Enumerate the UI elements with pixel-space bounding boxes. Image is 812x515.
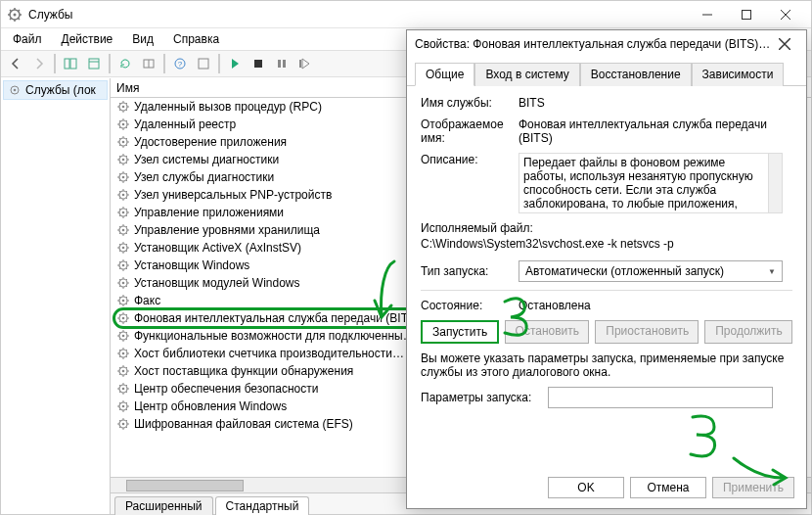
resume-button: Продолжить [704,320,792,344]
service-name: Управление уровнями хранилища [134,223,320,237]
tab-standard[interactable]: Стандартный [215,496,310,515]
label-display-name: Отображаемое имя: [421,117,519,145]
tab-recovery[interactable]: Восстановление [580,63,692,86]
refresh-button[interactable] [114,53,136,74]
svg-point-53 [122,423,125,426]
dialog-close-button[interactable] [771,30,798,58]
service-name: Центр обновления Windows [134,399,287,413]
svg-point-33 [122,247,125,250]
service-name: Хост поставщика функции обнаружения [134,364,353,378]
properties-button[interactable] [83,53,105,74]
svg-point-41 [122,317,125,320]
value-exe-file: C:\Windows\System32\svchost.exe -k netsv… [421,237,792,251]
tab-logon[interactable]: Вход в систему [474,63,579,86]
start-params-input[interactable] [548,387,773,408]
service-name: Управление приложениями [134,206,284,219]
svg-point-17 [122,106,125,109]
menu-view[interactable]: Вид [124,30,161,48]
show-hide-tree-button[interactable] [60,53,81,74]
menu-file[interactable]: Файл [5,30,50,48]
service-name: Установщик Windows [134,258,249,272]
svg-point-21 [122,141,125,144]
svg-point-47 [122,370,125,373]
ok-button[interactable]: OK [548,477,624,498]
label-service-name: Имя службы: [421,96,519,110]
svg-point-25 [122,176,125,179]
svg-point-45 [122,352,125,355]
value-service-name: BITS [519,96,792,110]
toolbar-separator [54,54,56,73]
description-scrollbar[interactable] [768,154,782,212]
svg-point-37 [122,282,125,285]
svg-point-29 [122,211,125,214]
svg-point-49 [122,388,125,391]
service-name: Узел службы диагностики [134,170,274,184]
start-params-hint: Вы можете указать параметры запуска, при… [421,351,792,379]
forward-button[interactable] [28,53,50,74]
separator [421,290,792,291]
service-name: Удаленный вызов процедур (RPC) [134,100,322,114]
toolbar-separator [109,54,111,73]
pause-service-button[interactable] [271,53,293,74]
service-name: Удаленный реестр [134,117,236,131]
stop-button: Остановить [505,320,590,344]
cancel-button[interactable]: Отмена [630,477,706,498]
svg-rect-11 [278,60,281,68]
dialog-title: Свойства: Фоновая интеллектуальная служб… [415,37,771,51]
tab-extended[interactable]: Расширенный [114,496,213,515]
svg-point-1 [14,13,17,16]
toolbar-separator [218,54,220,73]
tree-node-label: Службы (лок [25,83,96,97]
chevron-down-icon: ▼ [768,267,776,276]
label-startup-type: Тип запуска: [421,264,519,278]
tab-dependencies[interactable]: Зависимости [692,63,785,86]
svg-point-27 [122,194,125,197]
maximize-button[interactable] [727,3,766,26]
service-control-buttons: Запустить Остановить Приостановить Продо… [421,320,792,344]
svg-point-15 [14,89,17,92]
service-name: Функциональные возможности для подключен… [134,329,415,343]
tree-pane: Службы (лок [1,78,111,514]
svg-rect-3 [65,59,69,69]
stop-service-button[interactable] [248,53,269,74]
svg-rect-5 [89,59,99,69]
dialog-tabs: Общие Вход в систему Восстановление Зави… [407,58,806,86]
apply-button[interactable]: Применить [712,477,794,498]
menu-help[interactable]: Справка [165,30,227,48]
tab-general[interactable]: Общие [415,63,474,86]
tree-node-services[interactable]: Службы (лок [3,80,108,100]
scrollbar-thumb[interactable] [126,480,244,492]
dialog-body: Имя службы: BITS Отображаемое имя: Фонов… [407,86,806,426]
svg-rect-13 [299,60,301,68]
service-properties-dialog: Свойства: Фоновая интеллектуальная служб… [406,29,807,509]
service-name: Установщик модулей Windows [134,276,299,290]
description-textbox[interactable]: Передает файлы в фоновом режиме работы, … [519,153,783,213]
service-name: Фоновая интеллектуальная служба передачи… [134,311,420,325]
value-display-name: Фоновая интеллектуальная служба передачи… [519,117,792,145]
svg-point-19 [122,123,125,126]
titlebar: Службы [1,1,811,28]
toolbar-separator [163,54,165,73]
export-button[interactable] [138,53,159,74]
dialog-footer: OK Отмена Применить [548,477,794,498]
menu-action[interactable]: Действие [54,30,121,48]
svg-point-31 [122,229,125,232]
restart-service-button[interactable] [294,53,316,74]
svg-point-43 [122,335,125,338]
service-name: Узел системы диагностики [134,153,279,166]
help-button[interactable]: ? [169,53,191,74]
service-name: Удостоверение приложения [134,135,287,149]
toolbar-button[interactable] [193,53,214,74]
close-button[interactable] [766,3,805,26]
start-button[interactable]: Запустить [421,320,499,344]
window-title: Службы [28,8,688,22]
svg-rect-10 [254,60,262,68]
svg-rect-2 [743,10,751,19]
start-service-button[interactable] [224,53,246,74]
svg-point-39 [122,300,125,303]
minimize-button[interactable] [688,3,727,26]
back-button[interactable] [5,53,26,74]
value-state: Остановлена [519,299,792,312]
service-name: Шифрованная файловая система (EFS) [134,417,353,431]
startup-type-select[interactable]: Автоматически (отложенный запуск) ▼ [519,260,783,282]
